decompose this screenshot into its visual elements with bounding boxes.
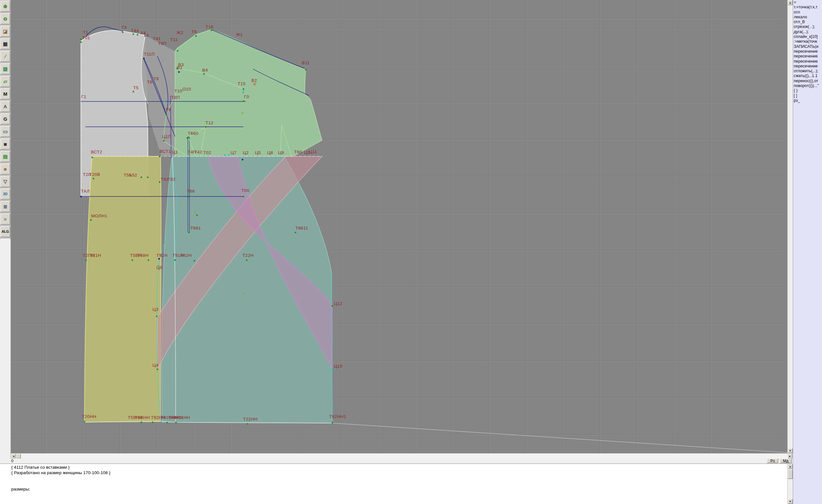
model-photo-icon[interactable]: ☻ — [0, 163, 10, 175]
green-point — [159, 181, 160, 183]
view-3d-icon[interactable]: 3D — [0, 188, 10, 200]
garment-sketch-icon[interactable]: ▽ — [0, 176, 10, 187]
text-list-icon[interactable]: ≣ — [0, 201, 10, 212]
green-point — [90, 219, 92, 221]
cyan-point — [228, 154, 230, 156]
olive-point — [242, 112, 244, 114]
command-line[interactable]: т.=точка(т.х,т — [793, 5, 822, 10]
point-label: Т92 — [167, 177, 175, 182]
command-line[interactable]: :=метка(точк — [793, 39, 822, 44]
point-label: Т10 — [174, 89, 182, 93]
piece-outline-icon[interactable]: ▱ — [0, 76, 10, 87]
green-point — [166, 422, 168, 423]
hscroll-thumb[interactable] — [16, 454, 21, 459]
point-label: Т21Н — [90, 253, 101, 258]
algorithm-doc-icon[interactable]: ALG — [0, 226, 10, 237]
canvas-vscrollbar[interactable]: ▲ ▼ — [787, 0, 793, 453]
dress-pattern-drawing: Т1Т01Т3Т44Х4Т4Т41Т6ПТ11Ж2Т6Т16Ж1Т11ПВ3В1… — [11, 0, 787, 453]
point-label: Т15 — [238, 81, 246, 86]
editor-vscrollbar[interactable]: ▲ ▼ — [787, 464, 793, 504]
books-icon[interactable]: ≡ — [0, 213, 10, 225]
rz-button[interactable]: Рз — [767, 458, 778, 463]
olive-point — [244, 293, 245, 295]
command-line[interactable]: ЗАПИСАТЬ(и — [793, 44, 822, 49]
scroll-up-icon[interactable]: ▲ — [788, 0, 793, 5]
command-line[interactable]: отл — [793, 10, 822, 15]
status-value: 0 — [11, 459, 13, 463]
green-point — [196, 214, 198, 216]
command-line[interactable]: дуга(,..); — [793, 30, 822, 34]
point-label: Т42 — [194, 149, 202, 154]
zoom-in-icon[interactable]: ⊕ — [0, 1, 10, 12]
command-line[interactable]: [ ] — [793, 93, 822, 98]
point-label: Ц11 — [309, 149, 317, 154]
green-point — [188, 137, 189, 138]
point-label: Ж2 — [176, 30, 183, 35]
point-label: Н01НН — [175, 415, 190, 420]
command-line[interactable]: пересечение — [793, 49, 822, 54]
command-line[interactable]: пересечение — [793, 64, 822, 69]
piece-preview-icon[interactable]: ◪ — [0, 26, 10, 37]
olive-point — [194, 212, 196, 214]
command-line[interactable]: отложить(,..); — [793, 69, 822, 73]
command-line[interactable]: пересечение — [793, 59, 822, 64]
measure-line-icon[interactable]: ∕ — [0, 51, 10, 62]
ruler-icon[interactable]: ▭ — [0, 126, 10, 137]
green-point — [243, 196, 244, 197]
green-point — [84, 421, 85, 423]
green-point — [243, 88, 244, 90]
green-point — [122, 31, 124, 33]
scroll-right-icon[interactable]: ► — [787, 454, 792, 459]
point-label: Т11 — [170, 37, 178, 42]
green-point — [188, 196, 190, 197]
editor-vscroll-thumb[interactable] — [788, 469, 793, 479]
point-label: Ц9 — [278, 150, 284, 155]
pattern-canvas[interactable]: Т1Т01Т3Т44Х4Т4Т41Т6ПТ11Ж2Т6Т16Ж1Т11ПВ3В1… — [11, 0, 787, 453]
point-label: Т02 — [203, 150, 211, 155]
point-label: Ц8 — [267, 150, 273, 155]
green-point — [80, 41, 82, 43]
command-line[interactable]: перенос((),от — [793, 79, 822, 83]
command-line[interactable]: сплайн_к[10] — [793, 34, 822, 39]
scroll-down-icon[interactable]: ▼ — [788, 448, 793, 453]
point-label: Ж1 — [236, 32, 243, 37]
piece-m-icon[interactable]: M — [0, 88, 10, 99]
command-line[interactable]: сжать((),..1.1 — [793, 73, 822, 78]
program-text-editor[interactable]: { 4112 Платье со вставками }{ Разработан… — [0, 464, 787, 504]
g-tool-icon[interactable]: G — [0, 113, 10, 124]
point-label: Т1 — [83, 30, 88, 35]
command-line[interactable]: = — [793, 0, 822, 5]
md-button[interactable]: Мд — [780, 458, 792, 463]
zoom-out-icon[interactable]: ⊖ — [0, 13, 10, 24]
grid-icon[interactable]: ▦ — [0, 38, 10, 49]
editor-scroll-down-icon[interactable]: ▼ — [788, 499, 793, 504]
command-line[interactable]: { } — [793, 88, 822, 93]
green-point — [132, 260, 133, 261]
point-label: Ц12 — [334, 301, 343, 306]
canvas-hscrollbar[interactable]: ◄ ► — [11, 453, 792, 459]
command-line[interactable]: пересечение — [793, 54, 822, 59]
report-table-icon[interactable]: ▤ — [0, 151, 10, 162]
app-window: { "toolbar": { "items": [ {"name":"zoom-… — [0, 0, 822, 504]
point-label: В1 — [177, 65, 183, 70]
point-label: Т62Н — [180, 253, 192, 258]
point-label: Ц10 — [334, 364, 343, 369]
command-line[interactable]: отл_В — [793, 20, 822, 24]
camera-icon[interactable]: ◙ — [0, 138, 10, 149]
image-icon[interactable]: ▧ — [0, 63, 10, 74]
command-line[interactable]: отрезок( , ); — [793, 24, 822, 29]
front-bodice-piece[interactable] — [175, 30, 322, 156]
editor-scroll-up-icon[interactable]: ▲ — [788, 464, 793, 469]
scroll-left-icon[interactable]: ◄ — [11, 454, 16, 459]
point-label: Т66 — [187, 189, 195, 193]
command-line[interactable]: лекало — [793, 15, 822, 20]
skirt-side-panel-yellow[interactable] — [84, 156, 161, 422]
green-point — [188, 232, 190, 233]
drafting-compass-icon[interactable]: A — [0, 101, 10, 112]
green-point — [156, 316, 158, 317]
point-label: Т60 — [294, 149, 302, 154]
command-list-panel[interactable]: =т.=точка(т.х,тотллекалоотл_Вотрезок( , … — [793, 0, 822, 504]
green-point — [157, 369, 158, 370]
command-line[interactable]: поворот(())..." — [793, 83, 822, 88]
command-line[interactable]: рз_ — [793, 98, 822, 103]
